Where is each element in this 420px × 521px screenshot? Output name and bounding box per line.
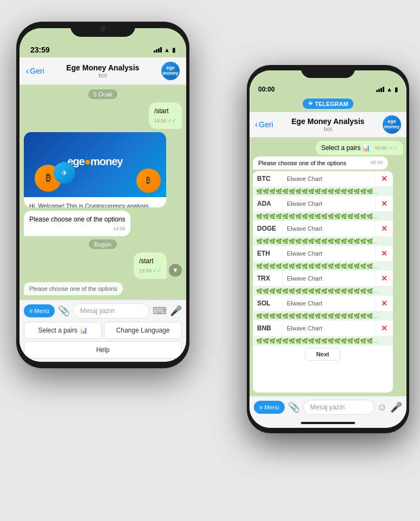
pair-name-bnb: BNB	[253, 321, 283, 336]
battery-icon-1: ▮	[172, 47, 175, 54]
pair-name-trx: TRX	[253, 271, 283, 286]
egemoney-image: ege●money ₿ ✈ ₿	[24, 132, 166, 197]
pair-row-doge[interactable]: DOGE Elwave Chart ✕	[253, 221, 393, 237]
options-time-2: 00:00	[371, 160, 383, 166]
next-btn-row: Next	[253, 346, 393, 363]
input-area-2: ≡ Menü 📎 Mesaj yazın ☺ 🎤	[250, 396, 406, 418]
select-pairs-time: 00:00	[375, 145, 387, 151]
emoji-icon-2[interactable]: ☺	[377, 402, 387, 413]
select-pairs-msg: Select a pairs 📊 00:00 ✓✓	[316, 141, 403, 155]
phone-2-screen: 00:00 ▲ ▮ ✈ TELEGRAM ‹ Geri Ege Mo	[250, 70, 406, 428]
pair-name-doge: DOGE	[253, 221, 283, 236]
menu-button-1[interactable]: ≡ Menü	[24, 304, 55, 317]
battery-icon-2: ▮	[395, 86, 398, 93]
pair-emoji-eth: 🌿🌿🌿🌿🌿🌿🌿🌿🌿🌿🌿🌿🌿🌿🌿🌿🌿🌿...	[253, 262, 393, 271]
chat-subtitle-2: bot	[277, 126, 379, 132]
pair-name-btc: BTC	[253, 171, 283, 186]
avatar-1[interactable]: ege money	[161, 62, 180, 80]
options-label-2: Please choose one of the options 00:00	[253, 157, 388, 170]
back-button-1[interactable]: ‹ Geri	[26, 66, 44, 76]
pair-emoji-btc: 🌿🌿🌿🌿🌿🌿🌿🌿🌿🌿🌿🌿🌿🌿🌿🌿🌿🌿...	[253, 187, 393, 196]
pair-chart-eth: Elwave Chart	[283, 246, 376, 260]
chat-info-2: Ege Money Analysis bot	[277, 117, 379, 132]
start-msg-2: /start 23:59 ✓✓	[134, 252, 167, 279]
options-msg-1: Please choose one of the options 14:06	[24, 211, 130, 236]
status-icons-1: ▲ ▮	[154, 47, 175, 54]
chat-subtitle-1: bot	[49, 72, 157, 79]
chat-title-1: Ege Money Analysis	[49, 63, 157, 72]
message-input-2[interactable]: Mesaj yazın	[303, 400, 374, 415]
signal-icon-1	[154, 47, 162, 53]
pair-emoji-trx: 🌿🌿🌿🌿🌿🌿🌿🌿🌿🌿🌿🌿🌿🌿🌿🌿🌿🌿...	[253, 286, 393, 296]
home-indicator-1	[76, 363, 130, 365]
back-button-2[interactable]: ‹ Geri	[255, 120, 273, 129]
mic-icon-2[interactable]: 🎤	[390, 401, 402, 413]
time-2: 00:00	[258, 86, 275, 93]
pair-chart-sol: Elwave Chart	[283, 296, 376, 310]
pair-row-sol[interactable]: SOL Elwave Chart ✕	[253, 296, 393, 311]
pair-emoji-doge: 🌿🌿🌿🌿🌿🌿🌿🌿🌿🌿🌿🌿🌿🌿🌿🌿🌿🌿...	[253, 237, 393, 246]
scroll-down-btn[interactable]: ▼	[169, 264, 182, 277]
input-row-1: ≡ Menü 📎 Mesaj yazın ⌨ 🎤	[24, 303, 182, 318]
menu-button-2[interactable]: ≡ Menü	[254, 401, 285, 414]
select-pairs-check: ✓✓	[389, 145, 398, 151]
phone-2-notch	[301, 65, 355, 78]
welcome-text: Hi, Welcome! This is Cryptocurrency anal…	[24, 197, 166, 207]
tg-header-1: ‹ Geri Ege Money Analysis bot ege money	[19, 57, 186, 85]
signal-icon-2	[376, 87, 384, 92]
attach-icon-2[interactable]: 📎	[288, 401, 300, 413]
pair-row-bnb[interactable]: BNB Elwave Chart ✕	[253, 321, 393, 336]
pair-name-ada: ADA	[253, 196, 283, 211]
pair-emoji-ada: 🌿🌿🌿🌿🌿🌿🌿🌿🌿🌿🌿🌿🌿🌿🌿🌿🌿🌿...	[253, 212, 393, 221]
pair-close-eth[interactable]: ✕	[376, 249, 393, 258]
phone-1-screen: 23:59 ▲ ▮ ‹ Geri Ege Money Analysis bot …	[19, 28, 186, 362]
pair-close-bnb[interactable]: ✕	[376, 324, 393, 333]
pair-close-doge[interactable]: ✕	[376, 224, 393, 233]
today-badge: Bugün	[89, 239, 117, 249]
pair-row-ada[interactable]: ADA Elwave Chart ✕	[253, 196, 393, 212]
start-msg-1: /start 14:06 ✓✓	[149, 102, 182, 129]
chat-title-2: Ege Money Analysis	[277, 117, 379, 126]
chat-area-2: Select a pairs 📊 00:00 ✓✓ Please choose …	[250, 138, 406, 396]
pair-close-btc[interactable]: ✕	[376, 174, 393, 183]
pair-chart-ada: Elwave Chart	[283, 197, 376, 211]
keyboard-icon-1[interactable]: ⌨	[153, 305, 167, 317]
pair-close-sol[interactable]: ✕	[376, 299, 393, 308]
pair-row-btc[interactable]: BTC Elwave Chart ✕	[253, 171, 393, 187]
next-button[interactable]: Next	[305, 348, 340, 361]
pair-close-trx[interactable]: ✕	[376, 274, 393, 283]
phone-2: 00:00 ▲ ▮ ✈ TELEGRAM ‹ Geri Ege Mo	[247, 65, 409, 433]
input-area-1: ≡ Menü 📎 Mesaj yazın ⌨ 🎤 Select a pairs …	[19, 299, 186, 362]
home-indicator-2	[306, 428, 350, 431]
back-label-2: Geri	[259, 120, 273, 129]
egemoney-card: ege●money ₿ ✈ ₿ Hi, Welcome! This is Cry…	[24, 132, 166, 207]
pair-row-trx[interactable]: TRX Elwave Chart ✕	[253, 271, 393, 286]
pair-name-sol: SOL	[253, 296, 283, 311]
telegram-plane-icon: ✈	[308, 100, 313, 107]
pair-chart-trx: Elwave Chart	[283, 271, 376, 285]
avatar-2[interactable]: ege money	[383, 115, 401, 134]
wifi-icon-1: ▲	[164, 47, 170, 53]
help-button[interactable]: Help	[24, 341, 182, 359]
home-indicator-bar-2	[301, 422, 355, 424]
back-arrow-icon-1: ‹	[26, 66, 29, 76]
chat-info-1: Ege Money Analysis bot	[49, 63, 157, 79]
chat-area-1: 5 Ocak /start 14:06 ✓✓ ege●money ₿	[19, 85, 186, 299]
mic-icon-1[interactable]: 🎤	[170, 305, 182, 317]
tg-header-2: ‹ Geri Ege Money Analysis bot ege money	[250, 112, 406, 138]
attach-icon-1[interactable]: 📎	[58, 305, 70, 317]
pair-close-ada[interactable]: ✕	[376, 199, 393, 208]
options-time-1: 14:06	[29, 225, 125, 232]
pair-chart-doge: Elwave Chart	[283, 222, 376, 236]
pair-chart-btc: Elwave Chart	[283, 172, 376, 186]
message-input-1[interactable]: Mesaj yazın	[73, 303, 149, 318]
back-label-1: Geri	[30, 67, 44, 75]
change-language-button[interactable]: Change Language	[104, 322, 182, 339]
time-1: 23:59	[30, 45, 50, 54]
back-arrow-icon-2: ‹	[255, 120, 258, 129]
pair-row-eth[interactable]: ETH Elwave Chart ✕	[253, 246, 393, 262]
wifi-icon-2: ▲	[386, 86, 392, 93]
telegram-badge: ✈ TELEGRAM	[303, 99, 354, 109]
avatar-text-1: ege money	[161, 66, 180, 76]
select-pairs-button[interactable]: Select a pairs 📊	[24, 322, 102, 339]
